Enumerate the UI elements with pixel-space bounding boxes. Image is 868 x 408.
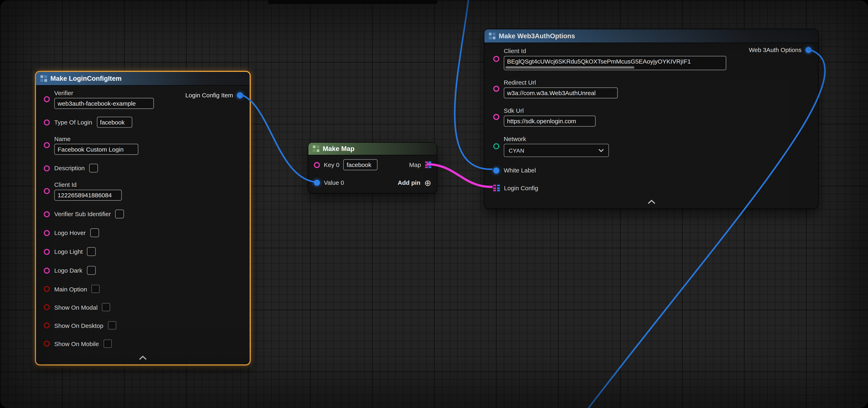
redirect-url-input[interactable] (504, 88, 618, 99)
pin-label: Name (54, 135, 138, 142)
network-dropdown-value: CYAN (509, 147, 524, 154)
object-pin[interactable] (314, 179, 320, 185)
pin-label: Key 0 (324, 162, 339, 168)
logo-dark-input[interactable] (87, 266, 96, 275)
pin-row-verifier-sub-identifier: Verifier Sub Identifier (36, 205, 250, 224)
string-pin[interactable] (44, 211, 50, 217)
bool-pin[interactable] (44, 341, 50, 347)
pin-label: Show On Modal (54, 304, 98, 310)
pin-row-show-on-modal: Show On Modal (36, 298, 250, 316)
pin-label: Network (504, 135, 609, 142)
network-dropdown[interactable]: CYAN (504, 144, 609, 157)
pin-label: Show On Mobile (54, 340, 99, 347)
string-pin[interactable] (493, 86, 499, 92)
string-pin[interactable] (44, 230, 50, 236)
output-pin-label: Web 3Auth Options (749, 46, 802, 53)
string-pin[interactable] (44, 142, 50, 148)
output-web3auth-options: Web 3Auth Options (749, 46, 811, 53)
pin-label: Logo Dark (54, 267, 83, 274)
pin-row-sdk-url: Sdk Url (485, 103, 818, 131)
string-pin[interactable] (44, 96, 50, 102)
bool-pin[interactable] (44, 322, 50, 329)
client-id-input[interactable] (54, 190, 122, 201)
pin-row-logo-dark: Logo Dark (36, 261, 250, 280)
pin-row-white-label: White Label (485, 162, 818, 179)
output-login-config-item: Login Config Item (185, 92, 243, 99)
map-key-row: Key 0 Map (308, 156, 437, 174)
pin-label: Login Config (504, 185, 538, 192)
node-titlebar[interactable]: Make LoginConfigItem (36, 72, 250, 86)
string-pin[interactable] (493, 114, 499, 120)
logo-light-input[interactable] (87, 247, 96, 256)
node-make-map[interactable]: Make Map Key 0 Map Value 0 (308, 142, 437, 194)
description-input[interactable] (89, 164, 98, 173)
pin-row-verifier: Verifier (36, 86, 250, 113)
node-make-loginconfigitem[interactable]: Make LoginConfigItem Login Config Item V… (35, 71, 251, 366)
pin-label: Show On Desktop (54, 322, 103, 329)
pin-label: Verifier (54, 90, 154, 96)
output-pin-label: Login Config Item (185, 92, 233, 99)
blueprint-graph[interactable]: Make LoginConfigItem Login Config Item V… (0, 0, 868, 408)
pin-row-network: Network CYAN (485, 131, 818, 162)
pin-label: Description (54, 165, 85, 171)
make-struct-icon (40, 75, 47, 82)
pin-label: Sdk Url (504, 107, 596, 114)
enum-pin[interactable] (493, 143, 499, 149)
string-pin[interactable] (44, 267, 50, 273)
node-titlebar[interactable]: Make Map (308, 143, 437, 156)
pin-row-description: Description (36, 159, 250, 177)
pin-label: Value 0 (324, 179, 344, 186)
node-title: Make Map (323, 145, 354, 152)
output-pin[interactable] (805, 47, 811, 53)
pin-row-show-on-mobile: Show On Mobile (36, 335, 250, 353)
type-of-login-input[interactable] (97, 116, 132, 128)
pin-label: White Label (504, 167, 536, 174)
collapse-chevron-icon (647, 200, 656, 204)
verifier-input[interactable] (54, 98, 154, 109)
output-pin[interactable] (237, 92, 243, 98)
collapse-node-control[interactable] (485, 197, 818, 208)
string-pin[interactable] (44, 165, 50, 171)
bool-pin[interactable] (44, 286, 50, 292)
pin-label: Client Id (54, 181, 122, 188)
pin-label: Client Id (504, 47, 726, 54)
pin-label: Main Option (54, 285, 87, 292)
name-input[interactable] (54, 144, 138, 155)
add-pin-label: Add pin (398, 179, 421, 186)
pin-label: Verifier Sub Identifier (54, 211, 111, 217)
pin-row-name: Name (36, 132, 250, 159)
pin-label: Redirect Url (504, 79, 618, 86)
show-on-mobile-checkbox[interactable] (103, 340, 112, 348)
pin-row-main-option: Main Option (36, 280, 250, 298)
string-pin[interactable] (44, 119, 50, 125)
node-title: Make Web3AuthOptions (499, 32, 575, 40)
sdk-url-input[interactable] (504, 115, 596, 127)
string-pin[interactable] (314, 162, 320, 168)
string-pin[interactable] (44, 248, 50, 254)
pin-label: Map (409, 162, 421, 168)
string-pin[interactable] (44, 188, 50, 194)
key0-input[interactable] (343, 159, 377, 170)
pin-row-show-on-desktop: Show On Desktop (36, 316, 250, 335)
map-output-pin[interactable] (425, 162, 431, 168)
show-on-modal-checkbox[interactable] (102, 303, 110, 311)
node-make-web3authoptions[interactable]: Make Web3AuthOptions Web 3Auth Options C… (484, 29, 819, 209)
show-on-desktop-checkbox[interactable] (108, 321, 116, 330)
chevron-down-icon (598, 149, 604, 152)
verifier-sub-identifier-input[interactable] (115, 209, 124, 218)
object-pin[interactable] (493, 167, 499, 173)
bool-pin[interactable] (44, 304, 50, 310)
collapse-node-control[interactable] (36, 353, 250, 364)
input-horizontal-scrollbar[interactable] (505, 66, 634, 69)
logo-hover-input[interactable] (90, 228, 99, 237)
pin-row-type-of-login: Type Of Login (36, 113, 250, 132)
main-option-checkbox[interactable] (92, 285, 100, 293)
pin-label: Type Of Login (54, 119, 92, 126)
pin-row-logo-hover: Logo Hover (36, 224, 250, 242)
pin-label: Logo Hover (54, 230, 86, 236)
node-titlebar[interactable]: Make Web3AuthOptions (485, 29, 818, 43)
map-input-pin[interactable] (493, 185, 499, 192)
make-struct-icon (489, 33, 495, 39)
string-pin[interactable] (493, 56, 499, 62)
add-pin-button[interactable]: Add pin ⊕ (398, 178, 431, 186)
